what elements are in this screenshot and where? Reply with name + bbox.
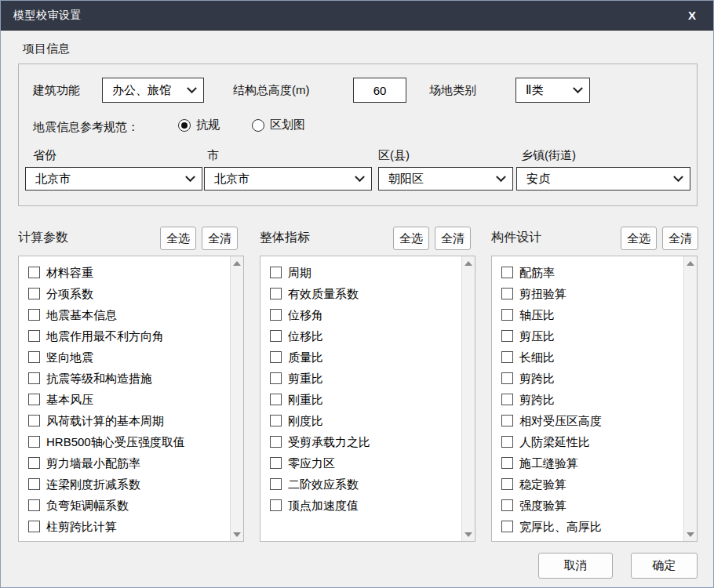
checkbox-item[interactable]: 宽厚比、高厚比 xyxy=(501,516,697,537)
checkbox-item[interactable]: 位移角 xyxy=(270,304,475,325)
checkbox-item[interactable]: HRB500轴心受压强度取值 xyxy=(28,431,243,452)
member-design-select-all-button[interactable]: 全选 xyxy=(621,227,657,250)
checkbox[interactable] xyxy=(270,415,282,426)
checkbox-item[interactable]: 分项系数 xyxy=(28,283,243,304)
district-select[interactable]: 朝阳区 xyxy=(378,167,513,191)
checkbox[interactable] xyxy=(28,372,40,384)
checkbox-item[interactable]: 零应力区 xyxy=(270,452,475,474)
province-select[interactable]: 北京市 xyxy=(25,167,202,191)
checkbox-item[interactable]: 受剪承载力之比 xyxy=(270,431,475,452)
checkbox[interactable] xyxy=(270,309,282,321)
checkbox-item[interactable]: 位移比 xyxy=(270,325,475,347)
member-design-clear-all-button[interactable]: 全清 xyxy=(662,227,698,250)
scroll-up-button[interactable] xyxy=(462,256,475,270)
checkbox-item[interactable]: 轴压比 xyxy=(501,304,697,325)
title-bar[interactable]: 模型校审设置 X xyxy=(1,1,713,31)
checkbox-item[interactable]: 强度验算 xyxy=(501,495,697,516)
checkbox[interactable] xyxy=(270,499,282,511)
checkbox-item[interactable]: 周期 xyxy=(270,262,475,283)
checkbox-item[interactable]: 二阶效应系数 xyxy=(270,474,475,495)
scrollbar[interactable] xyxy=(230,256,243,541)
checkbox-item[interactable]: 连梁刚度折减系数 xyxy=(28,474,243,495)
checkbox[interactable] xyxy=(501,478,513,490)
checkbox-item[interactable]: 地震作用最不利方向角 xyxy=(28,325,243,347)
checkbox[interactable] xyxy=(28,267,40,278)
checkbox[interactable] xyxy=(28,521,40,532)
checkbox[interactable] xyxy=(501,415,513,426)
checkbox[interactable] xyxy=(501,457,513,469)
checkbox-item[interactable]: 材料容重 xyxy=(28,262,243,283)
city-select[interactable]: 北京市 xyxy=(204,167,372,191)
scroll-up-button[interactable] xyxy=(684,256,697,270)
cancel-button[interactable]: 取消 xyxy=(538,553,613,579)
checkbox[interactable] xyxy=(28,499,40,511)
checkbox-item[interactable]: 有效质量系数 xyxy=(270,283,475,304)
checkbox-item[interactable]: 质量比 xyxy=(270,347,475,368)
checkbox-item[interactable]: 刚度比 xyxy=(270,410,475,431)
overall-metrics-clear-all-button[interactable]: 全清 xyxy=(435,227,471,250)
ok-button[interactable]: 确定 xyxy=(631,553,698,579)
checkbox[interactable] xyxy=(28,309,40,321)
checkbox-item[interactable]: 剪重比 xyxy=(270,368,475,389)
checkbox[interactable] xyxy=(501,436,513,448)
structure-height-input[interactable] xyxy=(353,78,406,103)
checkbox[interactable] xyxy=(270,478,282,490)
checkbox-item[interactable]: 柱剪跨比计算 xyxy=(28,516,243,537)
calc-params-select-all-button[interactable]: 全选 xyxy=(160,227,196,250)
checkbox-item[interactable]: 竖向地震 xyxy=(28,347,243,368)
checkbox-item[interactable]: 基本风压 xyxy=(28,389,243,410)
checkbox[interactable] xyxy=(28,330,40,342)
checkbox-item[interactable]: 剪扭验算 xyxy=(501,283,697,304)
checkbox[interactable] xyxy=(501,351,513,363)
radio-button-icon[interactable] xyxy=(252,119,264,132)
checkbox[interactable] xyxy=(270,394,282,405)
scrollbar[interactable] xyxy=(683,256,697,541)
checkbox-item[interactable]: 人防梁延性比 xyxy=(501,431,697,452)
checkbox-item[interactable]: 风荷载计算的基本周期 xyxy=(28,410,243,431)
checkbox-item[interactable]: 顶点加速度值 xyxy=(270,495,475,516)
checkbox[interactable] xyxy=(270,351,282,363)
checkbox[interactable] xyxy=(501,394,513,405)
town-select[interactable]: 安贞 xyxy=(516,167,690,191)
scroll-up-button[interactable] xyxy=(231,256,243,270)
checkbox-item[interactable]: 配筋率 xyxy=(501,262,697,283)
checkbox-item[interactable]: 剪力墙最小配筋率 xyxy=(28,452,243,474)
radio-quhuatu[interactable]: 区划图 xyxy=(252,118,305,132)
checkbox[interactable] xyxy=(501,521,513,532)
scroll-down-button[interactable] xyxy=(462,528,475,541)
checkbox-item[interactable]: 相对受压区高度 xyxy=(501,410,697,431)
checkbox[interactable] xyxy=(501,330,513,342)
checkbox[interactable] xyxy=(501,499,513,511)
checkbox[interactable] xyxy=(501,267,513,278)
checkbox[interactable] xyxy=(28,394,40,405)
checkbox[interactable] xyxy=(270,330,282,342)
checkbox-item[interactable]: 剪跨比 xyxy=(501,389,697,410)
checkbox[interactable] xyxy=(270,372,282,384)
checkbox-item[interactable]: 剪压比 xyxy=(501,325,697,347)
checkbox-item[interactable]: 施工缝验算 xyxy=(501,452,697,474)
checkbox[interactable] xyxy=(28,288,40,299)
site-category-select[interactable]: Ⅱ类 xyxy=(515,78,590,103)
checkbox-item[interactable]: 刚重比 xyxy=(270,389,475,410)
calc-params-clear-all-button[interactable]: 全清 xyxy=(202,227,238,250)
close-button[interactable]: X xyxy=(683,7,701,24)
scroll-down-button[interactable] xyxy=(231,528,243,541)
checkbox[interactable] xyxy=(270,457,282,469)
checkbox-item[interactable]: 长细比 xyxy=(501,347,697,368)
checkbox[interactable] xyxy=(28,415,40,426)
checkbox-item[interactable]: 抗震等级和构造措施 xyxy=(28,368,243,389)
overall-metrics-select-all-button[interactable]: 全选 xyxy=(393,227,429,250)
checkbox[interactable] xyxy=(28,457,40,469)
checkbox[interactable] xyxy=(501,372,513,384)
checkbox-item[interactable]: 稳定验算 xyxy=(501,474,697,495)
radio-button-icon[interactable] xyxy=(178,119,191,132)
checkbox-item[interactable]: 地震基本信息 xyxy=(28,304,243,325)
radio-kanggui[interactable]: 抗规 xyxy=(178,118,220,132)
checkbox[interactable] xyxy=(270,288,282,299)
checkbox[interactable] xyxy=(28,351,40,363)
checkbox[interactable] xyxy=(28,478,40,490)
checkbox[interactable] xyxy=(270,436,282,448)
scrollbar[interactable] xyxy=(461,256,475,541)
scroll-down-button[interactable] xyxy=(684,528,697,541)
checkbox-item[interactable]: 剪跨比 xyxy=(501,368,697,389)
